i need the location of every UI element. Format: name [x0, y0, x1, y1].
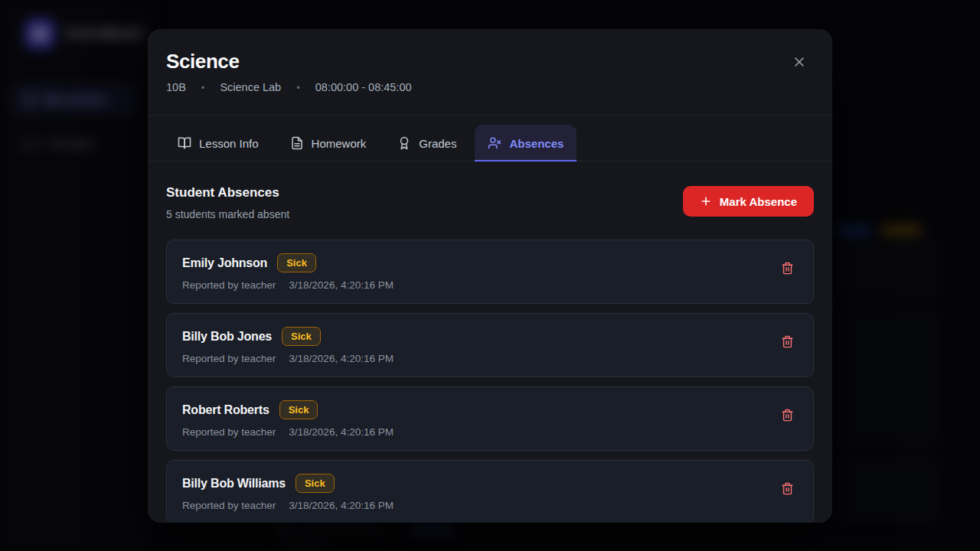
timestamp: 3/18/2026, 4:20:16 PM [289, 353, 394, 364]
absence-row: Billy Bob Jones Sick Reported by teacher… [166, 313, 814, 377]
absences-panel: Student Absences 5 students marked absen… [148, 161, 832, 523]
status-badge: Sick [296, 474, 335, 493]
trash-icon [781, 262, 794, 275]
student-name: Billy Bob Williams [182, 477, 286, 491]
trash-icon [781, 335, 794, 348]
modal-header: Science 10B • Science Lab • 08:00:00 - 0… [148, 29, 832, 115]
status-badge: Sick [277, 253, 316, 272]
class-group: 10B [166, 81, 186, 93]
dot-separator: • [296, 82, 300, 93]
tab-lesson-info[interactable]: Lesson Info [165, 125, 272, 161]
reported-by: Reported by teacher [182, 426, 276, 438]
mark-absence-button[interactable]: Mark Absence [683, 186, 814, 217]
close-icon [792, 54, 807, 70]
student-name: Emily Johnson [182, 256, 267, 270]
absences-header-text: Student Absences 5 students marked absen… [166, 184, 289, 221]
close-button[interactable] [789, 52, 809, 72]
award-icon [397, 136, 411, 150]
timestamp: 3/18/2026, 4:20:16 PM [289, 426, 394, 438]
tab-homework[interactable]: Homework [277, 125, 380, 161]
user-x-icon [488, 136, 501, 150]
absence-row: Robert Roberts Sick Reported by teacher … [166, 386, 814, 451]
room: Science Lab [220, 81, 281, 93]
modal-title: Science [166, 49, 808, 73]
tab-label: Grades [419, 137, 456, 150]
mark-absence-label: Mark Absence [720, 195, 797, 208]
book-open-icon [178, 136, 191, 150]
status-badge: Sick [282, 327, 321, 346]
delete-absence-button[interactable] [779, 407, 795, 422]
delete-absence-button[interactable] [779, 481, 795, 496]
delete-absence-button[interactable] [779, 334, 795, 349]
absence-row: Emily Johnson Sick Reported by teacher 3… [166, 240, 814, 304]
absences-count: 5 students marked absent [166, 207, 289, 221]
student-name: Billy Bob Jones [182, 330, 272, 344]
lesson-detail-modal: Science 10B • Science Lab • 08:00:00 - 0… [148, 29, 832, 523]
delete-absence-button[interactable] [779, 260, 795, 276]
reported-by: Reported by teacher [182, 353, 276, 364]
reported-by: Reported by teacher [182, 279, 276, 291]
timestamp: 3/18/2026, 4:20:16 PM [289, 279, 394, 291]
tab-label: Absences [509, 137, 564, 150]
tab-label: Homework [312, 137, 367, 150]
absence-list: Emily Johnson Sick Reported by teacher 3… [166, 240, 814, 523]
dot-separator: • [201, 82, 205, 93]
plus-icon [700, 195, 712, 207]
tab-absences[interactable]: Absences [475, 125, 577, 161]
tab-bar: Lesson Info Homework Grades Absences [148, 115, 832, 161]
trash-icon [781, 482, 794, 495]
file-text-icon [290, 136, 304, 150]
student-name: Robert Roberts [182, 403, 270, 417]
timestamp: 3/18/2026, 4:20:16 PM [289, 500, 394, 511]
absences-header: Student Absences 5 students marked absen… [166, 184, 814, 221]
lesson-meta: 10B • Science Lab • 08:00:00 - 08:45:00 [166, 81, 808, 93]
absences-heading: Student Absences [166, 184, 289, 201]
tab-label: Lesson Info [199, 137, 259, 150]
status-badge: Sick [279, 400, 318, 419]
tab-grades[interactable]: Grades [384, 125, 469, 161]
reported-by: Reported by teacher [182, 500, 276, 511]
time-range: 08:00:00 - 08:45:00 [315, 81, 412, 93]
absence-row: Billy Bob Williams Sick Reported by teac… [166, 460, 814, 523]
trash-icon [781, 409, 794, 422]
